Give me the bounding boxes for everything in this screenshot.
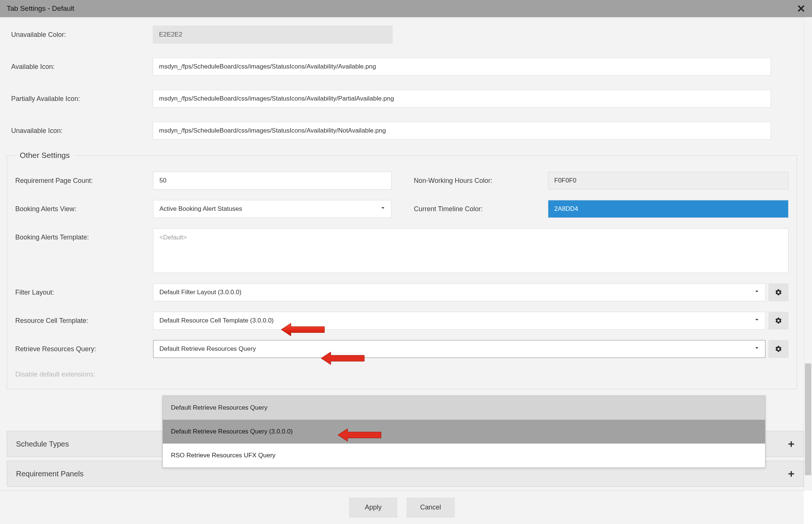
chevron-down-icon <box>380 205 386 213</box>
chevron-down-icon <box>754 289 760 296</box>
requirement-page-count-input[interactable]: 50 <box>153 172 391 190</box>
disable-default-extensions-label: Disable default extensions: <box>15 371 153 378</box>
window-title: Tab Settings - Default <box>7 4 797 13</box>
close-icon[interactable]: ✕ <box>797 3 805 15</box>
other-settings-legend: Other Settings <box>15 151 74 160</box>
booking-alerts-view-value: Active Booking Alert Statuses <box>159 205 242 213</box>
unavailable-color-label: Unavailable Color: <box>11 31 153 39</box>
annotation-arrow <box>280 321 325 338</box>
booking-alerts-template-label: Booking Alerts Template: <box>15 228 153 241</box>
dropdown-option[interactable]: Default Retrieve Resources Query (3.0.0.… <box>163 420 765 444</box>
requirement-page-count-label: Requirement Page Count: <box>15 177 153 185</box>
current-timeline-color-label: Current Timeline Color: <box>414 205 548 213</box>
current-timeline-color-input[interactable]: 2A8DD4 <box>548 200 789 218</box>
unavailable-icon-input[interactable]: msdyn_/fps/ScheduleBoard/css/images/Stat… <box>153 122 771 140</box>
annotation-arrow <box>320 350 365 367</box>
filter-layout-value: Default Filter Layout (3.0.0.0) <box>159 289 241 296</box>
unavailable-icon-label: Unavailable Icon: <box>11 127 153 135</box>
retrieve-resources-query-value: Default Retrieve Resources Query <box>159 345 256 353</box>
nonworking-hours-color-label: Non-Working Hours Color: <box>414 177 548 185</box>
plus-icon: + <box>788 467 794 480</box>
partially-available-icon-input[interactable]: msdyn_/fps/ScheduleBoard/css/images/Stat… <box>153 90 771 108</box>
filter-layout-select[interactable]: Default Filter Layout (3.0.0.0) <box>153 283 765 301</box>
retrieve-resources-query-label: Retrieve Resources Query: <box>15 345 153 353</box>
requirement-panels-label: Requirement Panels <box>16 470 83 478</box>
resource-cell-template-value: Default Resource Cell Template (3.0.0.0) <box>159 317 274 324</box>
resource-cell-template-select[interactable]: Default Resource Cell Template (3.0.0.0) <box>153 312 765 330</box>
apply-button[interactable]: Apply <box>349 498 397 518</box>
resource-cell-template-gear-button[interactable] <box>768 312 789 330</box>
chevron-down-icon <box>754 345 760 353</box>
chevron-down-icon <box>754 317 760 325</box>
schedule-types-label: Schedule Types <box>16 440 69 448</box>
titlebar: Tab Settings - Default ✕ <box>0 0 812 17</box>
other-settings-group: Other Settings Requirement Page Count: 5… <box>7 151 797 389</box>
unavailable-color-input[interactable]: E2E2E2 <box>153 26 393 44</box>
annotation-arrow <box>337 426 382 444</box>
dropdown-option[interactable]: Default Retrieve Resources Query <box>163 396 765 420</box>
available-icon-input[interactable]: msdyn_/fps/ScheduleBoard/css/images/Stat… <box>153 58 771 76</box>
gear-icon <box>775 345 782 353</box>
nonworking-hours-color-input[interactable]: F0F0F0 <box>548 172 789 190</box>
partially-available-icon-label: Partially Available Icon: <box>11 95 153 103</box>
booking-alerts-template-textarea[interactable]: <Default> <box>153 228 789 273</box>
resource-cell-template-label: Resource Cell Template: <box>15 317 153 325</box>
dropdown-option[interactable]: RSO Retrieve Resources UFX Query <box>163 444 765 467</box>
filter-layout-label: Filter Layout: <box>15 289 153 296</box>
plus-icon: + <box>788 438 794 450</box>
retrieve-resources-query-gear-button[interactable] <box>768 340 789 358</box>
filter-layout-gear-button[interactable] <box>768 283 789 301</box>
cancel-button[interactable]: Cancel <box>406 498 455 518</box>
booking-alerts-view-select[interactable]: Active Booking Alert Statuses <box>153 200 391 218</box>
gear-icon <box>775 317 782 324</box>
retrieve-resources-query-dropdown: Default Retrieve Resources Query Default… <box>162 396 765 468</box>
available-icon-label: Available Icon: <box>11 63 153 71</box>
retrieve-resources-query-select[interactable]: Default Retrieve Resources Query <box>153 340 765 358</box>
gear-icon <box>775 289 782 296</box>
scrollbar-thumb[interactable] <box>805 363 811 475</box>
booking-alerts-view-label: Booking Alerts View: <box>15 205 153 213</box>
vertical-scrollbar[interactable] <box>804 17 812 490</box>
